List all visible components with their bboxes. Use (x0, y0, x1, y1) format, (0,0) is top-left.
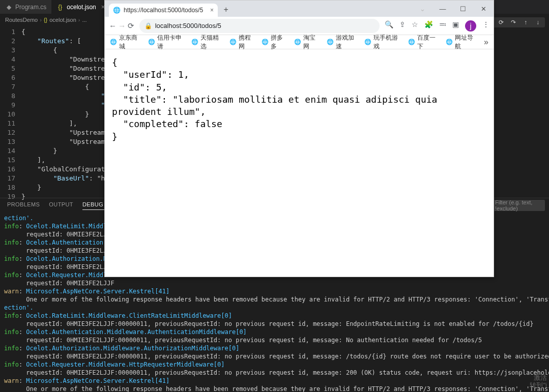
globe-icon: 🌐 (262, 39, 269, 46)
bookmark-label: 玩手机游戏 (373, 34, 401, 51)
maximize-icon[interactable]: ☐ (453, 1, 473, 17)
bookmark-item[interactable]: 🌐携程网 (229, 34, 255, 51)
bookmark-label: 携程网 (239, 34, 255, 51)
console-line: warn: Microsoft.AspNetCore.Server.Kestre… (4, 377, 545, 385)
tab-label: ocelot.json (67, 4, 96, 11)
globe-icon: 🌐 (229, 39, 237, 46)
avatar[interactable]: j (465, 20, 476, 32)
breadcrumb-item[interactable]: RoutesDemo (5, 17, 38, 23)
zoom-icon[interactable]: 🔍 (385, 20, 393, 32)
tab-program[interactable]: ◆ Program.cs (0, 0, 51, 14)
back-icon[interactable]: ← (109, 21, 117, 30)
bookmark-label: 拼多多 (271, 34, 287, 51)
globe-icon: 🌐 (294, 39, 301, 46)
browser-tab[interactable]: 🌐 https://localhost:5000/todos/5 × (109, 4, 218, 17)
bookmark-label: 信用卡申请 (157, 34, 185, 51)
globe-icon: 🌐 (148, 39, 155, 46)
globe-icon: 🌐 (113, 7, 121, 14)
browser-toolbar: ← → ⟳ 🔒 localhost:5000/todos/5 🔍 ⇪ ☆ 🧩 ≕… (105, 17, 494, 35)
reading-list-icon[interactable]: ≕ (439, 20, 446, 32)
globe-icon: 🌐 (446, 39, 453, 46)
minimize-icon[interactable]: — (432, 1, 453, 17)
breadcrumb-item[interactable]: ... (82, 17, 87, 23)
step-in-icon[interactable]: ↑ (522, 19, 530, 26)
bookmark-label: 网址导航 (455, 34, 477, 51)
bookmark-label: 百度一下 (417, 34, 439, 51)
address-bar[interactable]: 🔒 localhost:5000/todos/5 (139, 19, 380, 33)
chevron-right-icon: › (40, 17, 42, 23)
nav-buttons: ← → ⟳ (109, 21, 134, 31)
console-line: One or more of the following response he… (4, 295, 545, 304)
forward-icon[interactable]: → (118, 21, 126, 30)
breadcrumb-item[interactable]: ocelot.json (49, 17, 76, 23)
console-line: ection'. (4, 304, 545, 312)
step-over-icon[interactable]: ↷ (509, 19, 517, 26)
tab-problems[interactable]: PROBLEMS (7, 201, 40, 210)
bookmark-item[interactable]: 🌐拼多多 (262, 34, 287, 51)
console-line: info: Ocelot.Authorization.Middleware.Au… (4, 344, 545, 352)
chevron-right-icon: › (78, 17, 80, 23)
star-icon[interactable]: ☆ (412, 20, 418, 32)
restart-icon[interactable]: ⟳ (497, 19, 505, 26)
console-line: info: Ocelot.RateLimit.Middleware.Client… (4, 312, 545, 320)
menu-icon[interactable]: ⋮ (482, 20, 489, 32)
bookmark-item[interactable]: 🌐淘宝网 (294, 34, 320, 51)
more-icon[interactable]: » (484, 38, 488, 47)
json-body: { "userId": 1, "id": 5, "title": "labori… (112, 56, 486, 143)
globe-icon: 🌐 (110, 39, 117, 46)
globe-icon: 🌐 (191, 39, 198, 46)
bookmark-item[interactable]: 🌐信用卡申请 (148, 34, 185, 51)
panel-icon[interactable]: ▣ (452, 20, 459, 32)
bookmark-label: 淘宝网 (303, 34, 320, 51)
bookmark-item[interactable]: 🌐京东商城 (110, 34, 141, 51)
bookmark-item[interactable]: 🌐百度一下 (408, 34, 439, 51)
json-icon: {} (56, 4, 64, 11)
browser-window: 🌐 https://localhost:5000/todos/5 × + ⌄ —… (104, 0, 494, 277)
window-controls: ⌄ — ☐ ✕ (412, 1, 494, 17)
step-out-icon[interactable]: ↓ (534, 19, 542, 26)
globe-icon: 🌐 (327, 39, 334, 46)
close-icon[interactable]: × (210, 7, 214, 14)
extensions-icon[interactable]: 🧩 (424, 20, 433, 32)
bookmark-item[interactable]: 🌐玩手机游戏 (364, 34, 401, 51)
bookmark-item[interactable]: 🌐网址导航 (446, 34, 477, 51)
page-content: { "userId": 1, "id": 5, "title": "labori… (105, 49, 494, 277)
new-tab-button[interactable]: + (220, 4, 232, 16)
console-line: info: Ocelot.Authentication.Middleware.A… (4, 328, 545, 336)
bookmark-label: 天猫精选 (200, 34, 222, 51)
globe-icon: 🌐 (364, 39, 371, 46)
tab-ocelot[interactable]: {} ocelot.json × (51, 0, 110, 14)
console-filter[interactable]: Filter (e.g. text, !exclude) (492, 200, 545, 211)
url-text: localhost:5000/todos/5 (155, 22, 221, 29)
console-line: requestId: 0HMIE3FE2LJJF eholder.typicod… (4, 279, 545, 287)
browser-actions: 🔍 ⇪ ☆ 🧩 ≕ ▣ j ⋮ (385, 20, 489, 32)
bookmark-label: 京东商城 (119, 34, 141, 51)
bookmarks-bar: 🌐京东商城🌐信用卡申请🌐天猫精选🌐携程网🌐拼多多🌐淘宝网🌐游戏加速🌐玩手机游戏🌐… (105, 35, 494, 49)
close-icon[interactable]: ✕ (473, 1, 494, 17)
console-line: info: Ocelot.Requester.Middleware.HttpRe… (4, 360, 545, 369)
browser-titlebar: 🌐 https://localhost:5000/todos/5 × + ⌄ —… (105, 1, 494, 17)
tab-output[interactable]: OUTPUT (49, 201, 73, 210)
console-line: requestId: 0HMIE3FE2LJJF:00000011, previ… (4, 320, 545, 328)
reload-icon[interactable]: ⟳ (128, 21, 134, 30)
line-gutter: 12345678910111213141516171819 (0, 25, 21, 198)
chevron-down-icon[interactable]: ⌄ (412, 1, 432, 17)
globe-icon: 🌐 (408, 39, 415, 46)
bookmark-item[interactable]: 🌐游戏加速 (327, 34, 358, 51)
lock-icon: 🔒 (145, 22, 152, 29)
console-line: requestId: 0HMIE3FE2LJJF:00000011, previ… (4, 352, 545, 360)
bookmark-label: 游戏加速 (336, 34, 358, 51)
console-line: warn: Microsoft.AspNetCore.Server.Kestre… (4, 287, 545, 295)
bookmark-item[interactable]: 🌐天猫精选 (191, 34, 222, 51)
console-line: One or more of the following response he… (4, 385, 545, 392)
browser-tab-title: https://localhost:5000/todos/5 (124, 7, 203, 14)
console-line: requestId: 0HMIE3FE2LJJF:00000011, previ… (4, 369, 545, 377)
share-icon[interactable]: ⇪ (399, 20, 406, 32)
console-line: requestId: 0HMIE3FE2LJJF:00000011, previ… (4, 336, 545, 344)
csharp-icon: ◆ (5, 4, 12, 11)
tab-label: Program.cs (15, 4, 46, 11)
